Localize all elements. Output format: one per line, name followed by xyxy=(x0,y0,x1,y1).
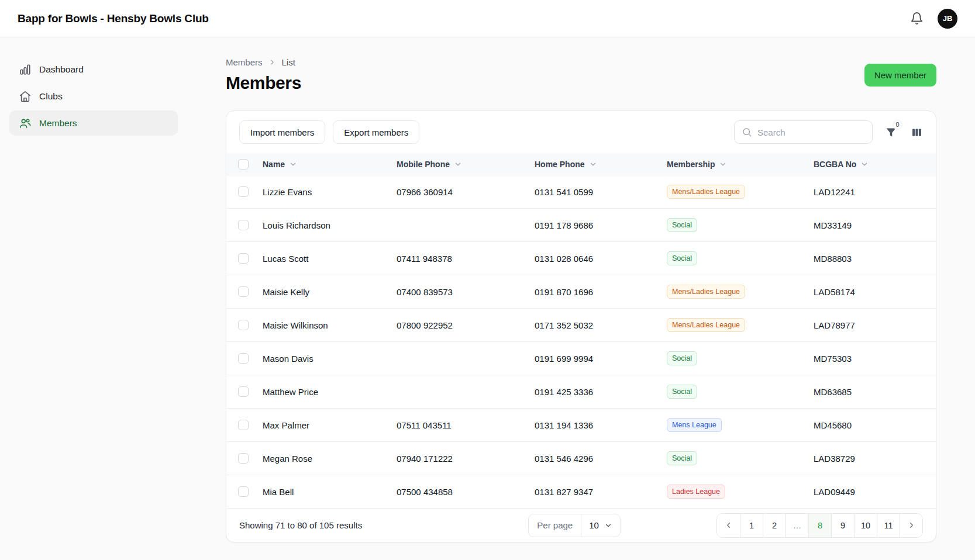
notifications-bell-icon[interactable] xyxy=(910,12,924,25)
breadcrumb-members[interactable]: Members xyxy=(226,57,263,67)
sidebar-item-dashboard[interactable]: Dashboard xyxy=(9,57,178,82)
row-checkbox[interactable] xyxy=(238,320,249,330)
table-row-max-palmer[interactable]: Max Palmer 07511 043511 0131 194 1336 Me… xyxy=(226,408,936,441)
cell-home-phone: 0131 546 4296 xyxy=(535,454,667,464)
column-header-label: BCGBA No xyxy=(814,160,856,169)
table-footer: Showing 71 to 80 of 105 results Per page… xyxy=(226,508,936,542)
cell-bcgba-no: LAD38729 xyxy=(814,454,936,464)
membership-badge: Ladies League xyxy=(667,485,725,499)
row-checkbox[interactable] xyxy=(238,486,249,497)
cell-bcgba-no: MD75303 xyxy=(814,354,936,364)
column-header-name[interactable]: Name xyxy=(263,160,397,169)
membership-badge: Social xyxy=(667,451,697,466)
cell-mobile-phone: 07940 171222 xyxy=(397,454,535,464)
row-checkbox-cell xyxy=(226,353,263,364)
search-box[interactable] xyxy=(734,120,873,144)
pagination-page-1[interactable]: 1 xyxy=(740,514,763,537)
cell-bcgba-no: LAD09449 xyxy=(814,487,936,497)
cell-membership: Social xyxy=(667,251,814,266)
pagination-page-10[interactable]: 10 xyxy=(854,514,877,537)
pagination-page-9[interactable]: 9 xyxy=(831,514,854,537)
sidebar-item-clubs[interactable]: Clubs xyxy=(9,84,178,109)
home-icon xyxy=(19,90,32,103)
pagination-page-2[interactable]: 2 xyxy=(763,514,785,537)
column-header-bcgba-no[interactable]: BCGBA No xyxy=(814,160,936,169)
table-row-maisie-wilkinson[interactable]: Maisie Wilkinson 07800 922952 0171 352 5… xyxy=(226,308,936,341)
row-checkbox[interactable] xyxy=(238,386,249,397)
cell-name: Mason Davis xyxy=(263,354,397,364)
cell-membership: Ladies League xyxy=(667,485,814,499)
row-checkbox[interactable] xyxy=(238,220,249,230)
pagination: 12…891011 xyxy=(716,513,923,538)
pagination-next-button[interactable] xyxy=(900,514,922,537)
pagination-ellipsis: … xyxy=(785,514,808,537)
app-title: Bapp for Bowls - Hensby Bowls Club xyxy=(18,12,209,25)
cell-mobile-phone: 07400 839573 xyxy=(397,287,535,297)
table-row-lucas-scott[interactable]: Lucas Scott 07411 948378 0131 028 0646 S… xyxy=(226,241,936,275)
cell-home-phone: 0191 699 9994 xyxy=(535,354,667,364)
export-members-button[interactable]: Export members xyxy=(333,120,419,144)
per-page-select[interactable]: 10 xyxy=(581,514,620,537)
column-header-home-phone[interactable]: Home Phone xyxy=(535,160,667,169)
cell-membership: Mens/Ladies League xyxy=(667,318,814,333)
column-header-membership[interactable]: Membership xyxy=(667,160,814,169)
pagination-page-11[interactable]: 11 xyxy=(877,514,900,537)
sidebar-item-label: Clubs xyxy=(39,91,63,102)
table-header-row: Name Mobile Phone Home Phone Membership … xyxy=(226,153,936,175)
row-checkbox-cell xyxy=(226,486,263,497)
row-checkbox[interactable] xyxy=(238,186,249,197)
select-all-checkbox[interactable] xyxy=(238,159,249,170)
membership-badge: Social xyxy=(667,251,697,266)
sidebar-item-members[interactable]: Members xyxy=(9,110,178,136)
filter-count-badge: 0 xyxy=(893,120,902,130)
cell-name: Matthew Price xyxy=(263,387,397,397)
chevron-down-icon xyxy=(589,160,597,168)
cell-bcgba-no: LAD12241 xyxy=(814,187,936,197)
cell-membership: Social xyxy=(667,351,814,366)
row-checkbox[interactable] xyxy=(238,353,249,364)
table-row-lizzie-evans[interactable]: Lizzie Evans 07966 360914 0131 541 0599 … xyxy=(226,175,936,208)
table-row-maisie-kelly[interactable]: Maisie Kelly 07400 839573 0191 870 1696 … xyxy=(226,275,936,308)
table-row-mason-davis[interactable]: Mason Davis 0191 699 9994 Social MD75303 xyxy=(226,341,936,375)
table-toolbar: Import members Export members 0 xyxy=(226,111,936,153)
avatar[interactable]: JB xyxy=(938,9,957,29)
cell-name: Louis Richardson xyxy=(263,220,397,230)
cell-mobile-phone: 07966 360914 xyxy=(397,187,535,197)
cell-name: Maisie Wilkinson xyxy=(263,320,397,330)
chevron-right-icon xyxy=(268,58,276,66)
row-checkbox[interactable] xyxy=(238,453,249,464)
row-checkbox[interactable] xyxy=(238,420,249,430)
cell-membership: Social xyxy=(667,451,814,466)
topbar-actions: JB xyxy=(910,9,957,29)
search-input[interactable] xyxy=(757,127,865,137)
sidebar-item-label: Members xyxy=(39,118,77,129)
chevron-right-icon xyxy=(907,521,916,530)
column-header-mobile-phone[interactable]: Mobile Phone xyxy=(397,160,535,169)
per-page-label: Per page xyxy=(529,514,581,537)
new-member-button[interactable]: New member xyxy=(864,64,936,87)
import-members-button[interactable]: Import members xyxy=(239,120,325,144)
cell-membership: Social xyxy=(667,385,814,399)
table-row-mia-bell[interactable]: Mia Bell 07500 434858 0131 827 9347 Ladi… xyxy=(226,475,936,508)
row-checkbox[interactable] xyxy=(238,286,249,297)
bar-chart-icon xyxy=(19,63,32,76)
cell-name: Lizzie Evans xyxy=(263,187,397,197)
cell-name: Max Palmer xyxy=(263,420,397,430)
column-header-label: Membership xyxy=(667,160,715,169)
row-checkbox-cell xyxy=(226,220,263,230)
cell-home-phone: 0191 178 9686 xyxy=(535,220,667,230)
page-title: Members xyxy=(226,73,301,93)
pagination-prev-button[interactable] xyxy=(717,514,740,537)
row-checkbox[interactable] xyxy=(238,253,249,264)
filter-button[interactable]: 0 xyxy=(885,126,897,139)
table-row-matthew-price[interactable]: Matthew Price 0191 425 3336 Social MD636… xyxy=(226,375,936,408)
columns-button[interactable] xyxy=(911,126,923,139)
table-row-megan-rose[interactable]: Megan Rose 07940 171222 0131 546 4296 So… xyxy=(226,441,936,475)
cell-name: Megan Rose xyxy=(263,454,397,464)
cell-membership: Mens/Ladies League xyxy=(667,285,814,299)
sidebar-item-label: Dashboard xyxy=(39,64,84,75)
members-table-card: Import members Export members 0 xyxy=(226,110,936,542)
table-row-louis-richardson[interactable]: Louis Richardson 0191 178 9686 Social MD… xyxy=(226,208,936,241)
cell-mobile-phone: 07800 922952 xyxy=(397,320,535,330)
pagination-page-8[interactable]: 8 xyxy=(808,514,831,537)
